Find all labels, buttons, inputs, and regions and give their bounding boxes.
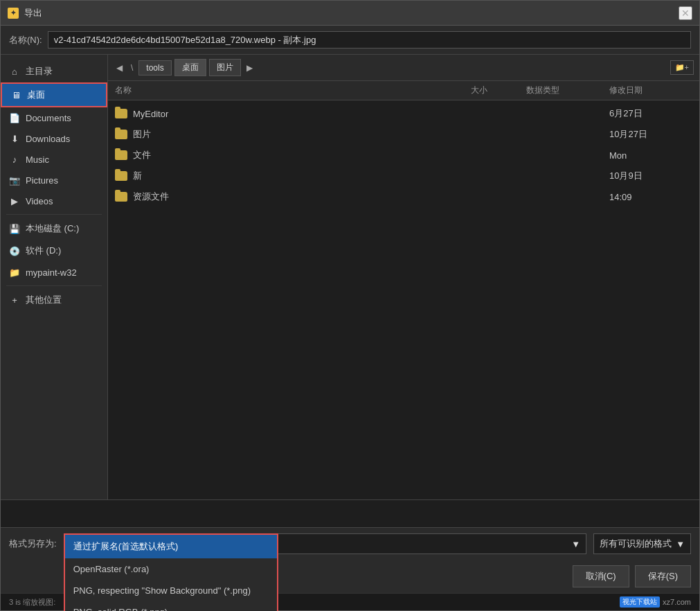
sidebar-item-label: Music: [26, 154, 49, 165]
file-name-text: 图片: [133, 128, 151, 141]
folder-icon: [115, 150, 127, 160]
sidebar: ⌂ 主目录 🖥 桌面 📄 Documents ⬇ Downloads ♪ Mus…: [1, 55, 108, 499]
sidebar-item-label: 软件 (D:): [26, 245, 61, 257]
sidebar-item-label: 其他位置: [26, 294, 62, 306]
sidebar-item-label: 本地磁盘 (C:): [26, 222, 79, 235]
sidebar-item-label: Pictures: [26, 175, 58, 186]
file-modified: 14:09: [609, 192, 692, 202]
local-disk-icon: 💾: [9, 223, 20, 234]
status-text: 3 is 缩放视图:: [9, 597, 55, 608]
sidebar-item-downloads[interactable]: ⬇ Downloads: [1, 128, 107, 149]
path-desktop[interactable]: 桌面: [174, 59, 206, 76]
dropdown-arrow: ▼: [571, 539, 580, 549]
sidebar-item-software-disk[interactable]: 💿 软件 (D:): [1, 240, 107, 262]
file-list-header: 名称 大小 数据类型 修改日期: [108, 81, 699, 100]
sidebar-item-mypaint[interactable]: 📁 mypaint-w32: [1, 262, 107, 283]
file-modified: Mon: [609, 150, 692, 161]
format-dropdown-container: 通过扩展名(首选默认格式) OpenRaster (*.ora) PNG, re…: [64, 533, 587, 554]
sidebar-item-home[interactable]: ⌂ 主目录: [1, 60, 107, 82]
file-name-text: 资源文件: [133, 191, 169, 203]
filename-label: 名称(N):: [9, 34, 42, 46]
videos-icon: ▶: [9, 195, 20, 206]
filename-bar: 名称(N):: [1, 26, 699, 55]
type-dropdown-arrow: ▼: [676, 539, 685, 549]
save-button[interactable]: 保存(S): [635, 565, 691, 587]
pictures-icon: 📷: [9, 175, 20, 186]
header-size[interactable]: 大小: [471, 85, 526, 96]
sidebar-item-music[interactable]: ♪ Music: [1, 149, 107, 170]
downloads-icon: ⬇: [9, 133, 20, 144]
dropdown-item-openraster[interactable]: OpenRaster (*.ora): [65, 558, 277, 580]
sidebar-item-label: 主目录: [26, 65, 53, 78]
file-name-text: 新: [133, 170, 142, 182]
home-icon: ⌂: [9, 66, 20, 77]
sidebar-item-label: 桌面: [27, 89, 45, 101]
export-dialog: ✦ 导出 ✕ 名称(N): ⌂ 主目录 🖥 桌面 📄 Documents: [0, 0, 700, 611]
other-icon: +: [9, 294, 20, 306]
file-list: MyEditor 6月27日 图片 10月27日: [108, 100, 699, 499]
new-folder-button[interactable]: 📁+: [670, 60, 694, 75]
sidebar-item-local-disk[interactable]: 💾 本地磁盘 (C:): [1, 218, 107, 240]
file-modified: 10月9日: [609, 170, 692, 182]
folder-icon: [115, 109, 127, 118]
sidebar-item-other[interactable]: + 其他位置: [1, 289, 107, 311]
sidebar-item-label: Downloads: [26, 134, 70, 144]
file-name-cell: MyEditor: [115, 109, 471, 119]
file-name-text: MyEditor: [133, 109, 168, 119]
sidebar-item-label: Videos: [26, 196, 53, 206]
file-name-cell: 图片: [115, 128, 471, 141]
sidebar-divider2: [6, 285, 102, 286]
type-dropdown-label: 所有可识别的格式: [600, 538, 672, 550]
dialog-title: 导出: [24, 7, 42, 19]
table-row[interactable]: 资源文件 14:09: [108, 186, 699, 207]
dropdown-item-png-bg[interactable]: PNG, respecting "Show Background" (*.png…: [65, 580, 277, 601]
table-row[interactable]: MyEditor 6月27日: [108, 103, 699, 124]
header-modified[interactable]: 修改日期: [609, 85, 692, 96]
type-dropdown[interactable]: 所有可识别的格式 ▼: [593, 533, 691, 554]
table-row[interactable]: 新 10月9日: [108, 166, 699, 186]
bottom-area: 格式另存为: 通过扩展名(首选默认格式) OpenRaster (*.ora) …: [1, 499, 699, 593]
file-modified: 10月27日: [609, 128, 692, 141]
table-row[interactable]: 图片 10月27日: [108, 124, 699, 145]
filename-input[interactable]: [48, 31, 691, 48]
table-row[interactable]: 文件 Mon: [108, 145, 699, 166]
header-type[interactable]: 数据类型: [526, 85, 609, 96]
desktop-icon: 🖥: [10, 89, 21, 100]
file-modified: 6月27日: [609, 107, 692, 120]
sidebar-item-documents[interactable]: 📄 Documents: [1, 107, 107, 128]
dropdown-item-png-solid[interactable]: PNG, solid RGB (*.png): [65, 601, 277, 611]
back-button[interactable]: ◀: [114, 62, 125, 74]
sidebar-item-label: Documents: [26, 113, 71, 123]
folder-icon: [115, 192, 127, 202]
file-name-cell: 新: [115, 170, 471, 182]
folder-icon: [115, 171, 127, 181]
path-tools[interactable]: tools: [138, 60, 171, 76]
sidebar-item-videos[interactable]: ▶ Videos: [1, 191, 107, 211]
path-pictures[interactable]: 图片: [209, 59, 241, 76]
title-bar: ✦ 导出 ✕: [1, 1, 699, 26]
close-button[interactable]: ✕: [679, 6, 692, 20]
cancel-button[interactable]: 取消(C): [573, 565, 629, 587]
dropdown-item-default[interactable]: 通过扩展名(首选默认格式): [65, 535, 277, 558]
sidebar-divider: [6, 214, 102, 215]
path-separator: \: [128, 62, 136, 74]
app-icon: ✦: [8, 8, 19, 19]
watermark: 视光下载站 xz7.com: [620, 596, 691, 608]
forward-button[interactable]: ▶: [244, 62, 255, 74]
path-bar: ◀ \ tools 桌面 图片 ▶ 📁+: [108, 55, 699, 81]
format-row: 格式另存为: 通过扩展名(首选默认格式) OpenRaster (*.ora) …: [1, 528, 699, 560]
format-label: 格式另存为:: [9, 538, 57, 550]
format-dropdown-menu: 通过扩展名(首选默认格式) OpenRaster (*.ora) PNG, re…: [64, 533, 278, 611]
documents-icon: 📄: [9, 112, 20, 123]
file-name-text: 文件: [133, 149, 151, 161]
content-area: ◀ \ tools 桌面 图片 ▶ 📁+ 名称 大小 数据类型 修改日期: [108, 55, 699, 499]
sidebar-item-label: mypaint-w32: [26, 267, 77, 278]
mypaint-icon: 📁: [9, 267, 20, 278]
sidebar-item-pictures[interactable]: 📷 Pictures: [1, 170, 107, 191]
sidebar-item-desktop[interactable]: 🖥 桌面: [1, 82, 107, 107]
watermark-url: xz7.com: [663, 598, 691, 606]
main-area: ⌂ 主目录 🖥 桌面 📄 Documents ⬇ Downloads ♪ Mus…: [1, 55, 699, 499]
watermark-logo: 视光下载站: [620, 596, 660, 608]
header-name[interactable]: 名称: [115, 85, 471, 96]
software-disk-icon: 💿: [9, 245, 20, 256]
